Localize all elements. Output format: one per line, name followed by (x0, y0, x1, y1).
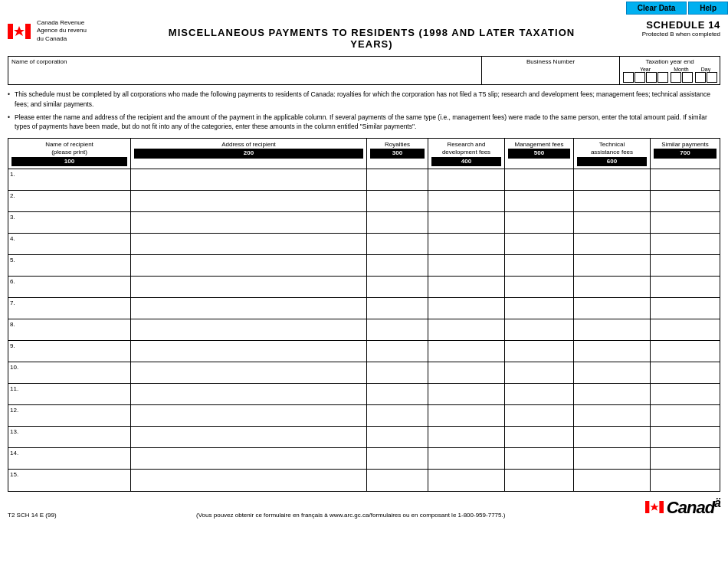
row-14-col-3-cell[interactable] (367, 448, 428, 469)
row-1-col-7-cell[interactable] (651, 169, 720, 190)
row-7-col-3-cell[interactable] (367, 298, 428, 319)
row-5-col-4-cell[interactable] (428, 255, 505, 276)
row-11-col-4-cell[interactable] (428, 384, 505, 404)
corporation-name-input[interactable] (11, 68, 478, 77)
row-13-col-6-cell[interactable] (574, 427, 651, 447)
row-3-name-cell[interactable]: 3. (8, 212, 131, 233)
row-3-col-4-cell[interactable] (428, 212, 505, 233)
row-10-col-6-cell[interactable] (574, 362, 651, 383)
row-1-col-5-cell[interactable] (505, 169, 574, 190)
row-7-col-2-cell[interactable] (131, 298, 367, 319)
year-digit-2[interactable] (635, 72, 645, 83)
row-4-col-2-cell[interactable] (131, 234, 367, 254)
row-12-col-2-cell[interactable] (131, 405, 367, 426)
row-1-col-4-cell[interactable] (428, 169, 505, 190)
row-6-col-4-cell[interactable] (428, 277, 505, 297)
row-10-col-4-cell[interactable] (428, 362, 505, 383)
row-8-col-4-cell[interactable] (428, 319, 505, 340)
row-15-col-2-cell[interactable] (131, 470, 367, 491)
row-1-name-cell[interactable]: 1. (8, 169, 131, 190)
row-10-col-7-cell[interactable] (651, 362, 720, 383)
row-13-name-cell[interactable]: 13. (8, 427, 131, 447)
row-15-col-3-cell[interactable] (367, 470, 428, 491)
row-7-col-6-cell[interactable] (574, 298, 651, 319)
row-13-col-7-cell[interactable] (651, 427, 720, 447)
row-9-col-2-cell[interactable] (131, 341, 367, 362)
month-digit-1[interactable] (671, 72, 681, 83)
year-digit-3[interactable] (646, 72, 657, 83)
row-3-col-2-cell[interactable] (131, 212, 367, 233)
row-11-col-3-cell[interactable] (367, 384, 428, 404)
row-15-col-5-cell[interactable] (505, 470, 574, 491)
row-4-col-5-cell[interactable] (505, 234, 574, 254)
row-2-col-7-cell[interactable] (651, 191, 720, 211)
row-6-col-6-cell[interactable] (574, 277, 651, 297)
row-2-col-3-cell[interactable] (367, 191, 428, 211)
row-2-col-2-cell[interactable] (131, 191, 367, 211)
day-digit-1[interactable] (695, 72, 706, 83)
help-button[interactable]: Help (688, 2, 728, 15)
row-6-name-cell[interactable]: 6. (8, 277, 131, 297)
row-13-col-2-cell[interactable] (131, 427, 367, 447)
row-15-col-6-cell[interactable] (574, 470, 651, 491)
row-13-col-5-cell[interactable] (505, 427, 574, 447)
row-3-col-7-cell[interactable] (651, 212, 720, 233)
row-9-col-3-cell[interactable] (367, 341, 428, 362)
row-10-name-cell[interactable]: 10. (8, 362, 131, 383)
row-3-col-5-cell[interactable] (505, 212, 574, 233)
clear-data-button[interactable]: Clear Data (626, 2, 687, 15)
row-5-col-5-cell[interactable] (505, 255, 574, 276)
row-6-col-5-cell[interactable] (505, 277, 574, 297)
row-12-name-cell[interactable]: 12. (8, 405, 131, 426)
row-2-col-4-cell[interactable] (428, 191, 505, 211)
day-digit-2[interactable] (707, 72, 717, 83)
row-5-col-6-cell[interactable] (574, 255, 651, 276)
row-8-col-7-cell[interactable] (651, 319, 720, 340)
row-3-col-6-cell[interactable] (574, 212, 651, 233)
row-2-name-cell[interactable]: 2. (8, 191, 131, 211)
month-digit-2[interactable] (682, 72, 693, 83)
row-5-col-2-cell[interactable] (131, 255, 367, 276)
row-13-col-3-cell[interactable] (367, 427, 428, 447)
row-9-col-7-cell[interactable] (651, 341, 720, 362)
row-4-col-6-cell[interactable] (574, 234, 651, 254)
row-14-col-7-cell[interactable] (651, 448, 720, 469)
row-10-col-5-cell[interactable] (505, 362, 574, 383)
row-6-col-2-cell[interactable] (131, 277, 367, 297)
row-12-col-3-cell[interactable] (367, 405, 428, 426)
row-11-col-2-cell[interactable] (131, 384, 367, 404)
row-11-col-7-cell[interactable] (651, 384, 720, 404)
row-8-col-6-cell[interactable] (574, 319, 651, 340)
row-12-col-4-cell[interactable] (428, 405, 505, 426)
business-number-input[interactable] (485, 68, 616, 77)
year-digit-4[interactable] (657, 72, 668, 83)
row-14-col-4-cell[interactable] (428, 448, 505, 469)
row-5-col-3-cell[interactable] (367, 255, 428, 276)
row-8-col-5-cell[interactable] (505, 319, 574, 340)
row-8-col-2-cell[interactable] (131, 319, 367, 340)
row-11-col-5-cell[interactable] (505, 384, 574, 404)
row-7-name-cell[interactable]: 7. (8, 298, 131, 319)
row-7-col-7-cell[interactable] (651, 298, 720, 319)
row-7-col-4-cell[interactable] (428, 298, 505, 319)
row-4-col-3-cell[interactable] (367, 234, 428, 254)
row-9-col-4-cell[interactable] (428, 341, 505, 362)
row-7-col-5-cell[interactable] (505, 298, 574, 319)
row-14-name-cell[interactable]: 14. (8, 448, 131, 469)
row-1-col-6-cell[interactable] (574, 169, 651, 190)
row-1-col-2-cell[interactable] (131, 169, 367, 190)
row-2-col-5-cell[interactable] (505, 191, 574, 211)
row-12-col-6-cell[interactable] (574, 405, 651, 426)
row-1-col-3-cell[interactable] (367, 169, 428, 190)
row-14-col-6-cell[interactable] (574, 448, 651, 469)
row-14-col-2-cell[interactable] (131, 448, 367, 469)
row-11-col-6-cell[interactable] (574, 384, 651, 404)
row-12-col-5-cell[interactable] (505, 405, 574, 426)
row-15-name-cell[interactable]: 15. (8, 470, 131, 491)
row-13-col-4-cell[interactable] (428, 427, 505, 447)
row-4-col-4-cell[interactable] (428, 234, 505, 254)
row-10-col-3-cell[interactable] (367, 362, 428, 383)
row-9-name-cell[interactable]: 9. (8, 341, 131, 362)
row-6-col-7-cell[interactable] (651, 277, 720, 297)
row-11-name-cell[interactable]: 11. (8, 384, 131, 404)
